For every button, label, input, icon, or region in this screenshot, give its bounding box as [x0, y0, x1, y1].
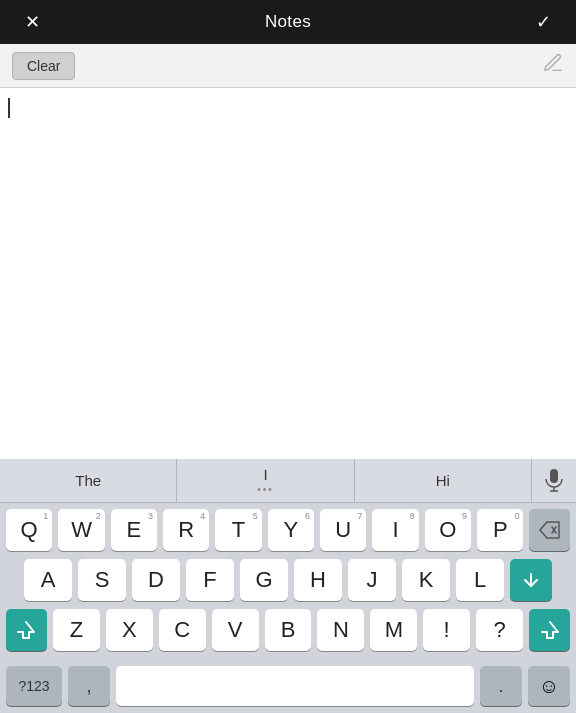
toolbar: Clear — [0, 44, 576, 88]
key-w[interactable]: 2W — [58, 509, 104, 551]
key-d[interactable]: D — [132, 559, 180, 601]
period-key[interactable]: . — [480, 666, 522, 706]
confirm-button[interactable]: ✓ — [528, 6, 560, 38]
key-q[interactable]: 1Q — [6, 509, 52, 551]
key-rows: 1Q 2W 3E 4R 5T 6Y 7U 8I 9O 0P A S D F — [0, 503, 576, 663]
key-r[interactable]: 4R — [163, 509, 209, 551]
key-m[interactable]: M — [370, 609, 417, 651]
key-h[interactable]: H — [294, 559, 342, 601]
key-question[interactable]: ? — [476, 609, 523, 651]
key-o[interactable]: 9O — [425, 509, 471, 551]
suggestion-label: Hi — [436, 472, 450, 489]
svg-rect-0 — [550, 469, 558, 483]
bottom-row: ?123 , . ☺ — [0, 663, 576, 713]
key-f[interactable]: F — [186, 559, 234, 601]
key-exclaim[interactable]: ! — [423, 609, 470, 651]
key-k[interactable]: K — [402, 559, 450, 601]
suggestions-bar: The I ••• Hi — [0, 459, 576, 503]
key-i[interactable]: 8I — [372, 509, 418, 551]
text-cursor — [8, 98, 10, 118]
key-row-2: A S D F G H J K L — [3, 559, 573, 601]
key-row-1: 1Q 2W 3E 4R 5T 6Y 7U 8I 9O 0P — [3, 509, 573, 551]
key-t[interactable]: 5T — [215, 509, 261, 551]
edit-icon[interactable] — [542, 52, 564, 79]
clear-button[interactable]: Clear — [12, 52, 75, 80]
notes-area[interactable] — [0, 88, 576, 459]
key-n[interactable]: N — [317, 609, 364, 651]
key-p[interactable]: 0P — [477, 509, 523, 551]
emoji-button[interactable]: ☺ — [528, 666, 570, 706]
shift-button-right[interactable] — [529, 609, 570, 651]
backspace-button[interactable] — [529, 509, 570, 551]
key-x[interactable]: X — [106, 609, 153, 651]
key-v[interactable]: V — [212, 609, 259, 651]
keyboard: The I ••• Hi 1Q 2W 3E 4R 5T 6Y 7U — [0, 459, 576, 713]
key-a[interactable]: A — [24, 559, 72, 601]
suggestion-label: I — [263, 466, 267, 483]
key-j[interactable]: J — [348, 559, 396, 601]
key-y[interactable]: 6Y — [268, 509, 314, 551]
enter-button[interactable] — [510, 559, 552, 601]
suggestion-i[interactable]: I ••• — [177, 459, 354, 502]
key-b[interactable]: B — [265, 609, 312, 651]
close-button[interactable]: ✕ — [16, 6, 48, 38]
suggestion-label: The — [75, 472, 101, 489]
key-u[interactable]: 7U — [320, 509, 366, 551]
suggestion-the[interactable]: The — [0, 459, 177, 502]
key-s[interactable]: S — [78, 559, 126, 601]
key-e[interactable]: 3E — [111, 509, 157, 551]
microphone-button[interactable] — [532, 459, 576, 502]
shift-button-left[interactable] — [6, 609, 47, 651]
suggestion-hi[interactable]: Hi — [355, 459, 532, 502]
space-key[interactable] — [116, 666, 474, 706]
numbers-button[interactable]: ?123 — [6, 666, 62, 706]
suggestion-dots: ••• — [257, 484, 274, 495]
comma-key[interactable]: , — [68, 666, 110, 706]
key-l[interactable]: L — [456, 559, 504, 601]
key-row-3: Z X C V B N M ! ? — [3, 609, 573, 651]
key-c[interactable]: C — [159, 609, 206, 651]
page-title: Notes — [265, 12, 311, 32]
title-bar: ✕ Notes ✓ — [0, 0, 576, 44]
key-z[interactable]: Z — [53, 609, 100, 651]
key-g[interactable]: G — [240, 559, 288, 601]
